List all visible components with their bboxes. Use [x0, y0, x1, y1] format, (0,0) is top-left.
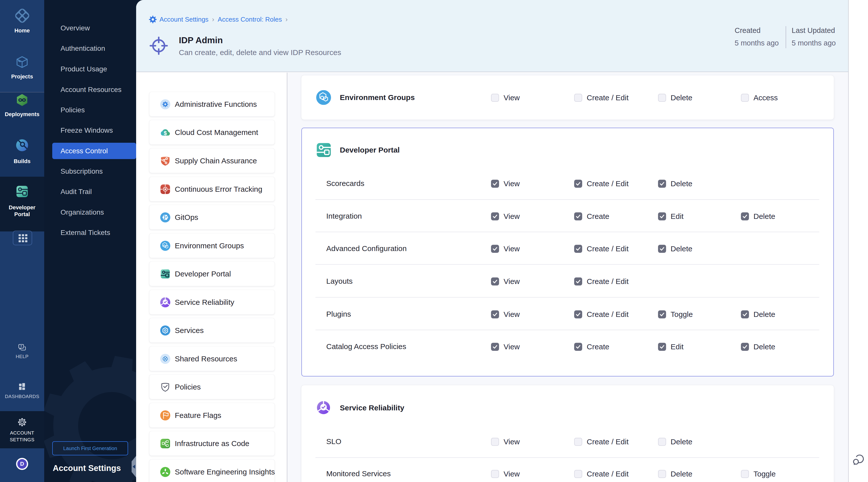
svg-text:?: ?: [20, 345, 22, 348]
svg-text:$: $: [164, 130, 167, 136]
